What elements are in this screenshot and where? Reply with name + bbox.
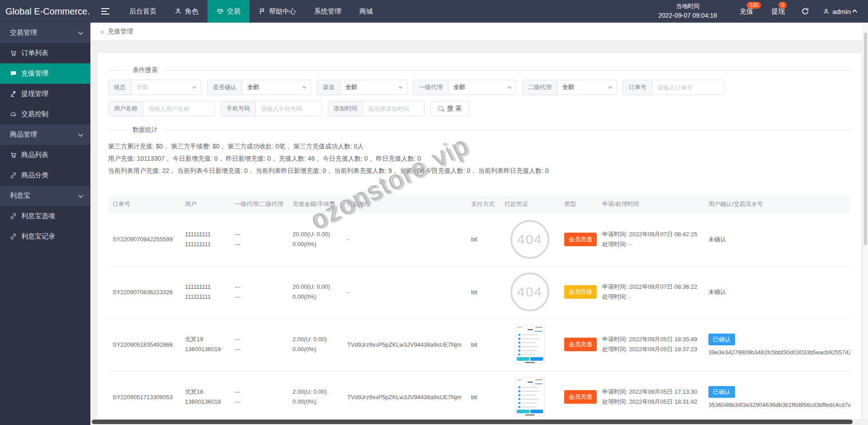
cell-agents: ------ <box>230 213 288 266</box>
sidebar-item-goods-category[interactable]: 商品分类 <box>0 165 90 186</box>
cell-confirm-txid: 未确认 <box>704 266 850 318</box>
chevron-down-icon <box>78 192 83 197</box>
nav-item-help-center[interactable]: 帮助中心 <box>250 0 305 23</box>
transaction-hash: 3536046b34f3e32904636db3b1f6d856cd3bffed… <box>708 401 846 408</box>
topbar: Global E-Commerce... 后台首页 角色 交易 帮助中心 系统管… <box>0 0 868 23</box>
table-row: SY2209051713309053 北冥1813600136018 -----… <box>108 371 850 423</box>
vertical-scrollbar <box>863 23 868 419</box>
table-header-row: 订单号 用户 一级代理/二级代理 充值金额/手续费 付款地址 支付方式 打款凭证… <box>108 195 850 213</box>
col-type: 类型 <box>560 195 598 213</box>
sidebar-item-withdraw-management[interactable]: 提现管理 <box>0 84 90 104</box>
cell-amount-fee: 20.00(U: 0.00)0.00(0%) <box>288 266 343 318</box>
username-field: 用户名称 <box>108 101 215 116</box>
cell-type: 会员升级 <box>560 266 598 318</box>
sidebar-item-recharge-management[interactable]: 充值管理 <box>0 63 90 84</box>
broken-image-404-placeholder[interactable]: 404 <box>510 220 549 259</box>
cell-amount-fee: 2.00(U: 0.00)0.00(0%) <box>288 318 343 371</box>
type-badge: 会员充值 <box>564 390 597 404</box>
nav-item-mall[interactable]: 商城 <box>350 0 382 23</box>
order-no-input[interactable] <box>652 80 724 95</box>
horizontal-scrollbar-thumb[interactable] <box>92 420 853 424</box>
flag-icon <box>259 8 266 15</box>
nav-item-trade[interactable]: 交易 <box>208 0 250 23</box>
cell-apply-process-time: 申请时间: 2022年09月07日 08:36:22处理时间: - <box>598 266 704 318</box>
user-icon <box>823 8 830 15</box>
confirmed-badge[interactable]: 已确认 <box>708 334 735 345</box>
cell-agents: ------ <box>230 266 288 318</box>
order-no-field: 订单号 <box>623 80 724 95</box>
cell-order-no: SY2209051835492866 <box>108 318 180 371</box>
chevron-down-icon <box>78 29 83 34</box>
cell-voucher: 404 <box>500 213 560 266</box>
broken-image-404-placeholder[interactable]: 404 <box>510 272 549 311</box>
unconfirmed-text: 未确认 <box>708 236 726 243</box>
type-badge: 会员升级 <box>564 285 597 299</box>
add-time-field: 添加时间 <box>328 101 425 116</box>
agent2-select[interactable]: 二级代理 全部 <box>522 80 617 95</box>
cell-amount-fee: 20.00(U: 0.00)0.00(0%) <box>288 213 343 266</box>
nav-item-system[interactable]: 系统管理 <box>305 0 350 23</box>
chevron-down-icon <box>192 86 197 89</box>
sidebar-group-goods-management[interactable]: 商品管理 <box>0 124 90 145</box>
stats-line-thirdparty: 第三方累计充值: $0， 第三方手续费: $0， 第三方成功收款: 0笔， 第三… <box>108 140 850 153</box>
breadcrumb-arrows-icon: » <box>100 28 104 35</box>
cell-user: 111111111111111111 <box>180 266 230 318</box>
voucher-thumbnail[interactable] <box>515 325 545 364</box>
refresh-icon[interactable] <box>801 7 809 15</box>
table-row: SY2209070842255599 111111111111111111 --… <box>108 213 850 266</box>
recharge-table: 订单号 用户 一级代理/二级代理 充值金额/手续费 付款地址 支付方式 打款凭证… <box>108 195 850 425</box>
cell-apply-process-time: 申请时间: 2022年09月05日 17:13:30处理时间: 2022年09月… <box>598 371 704 423</box>
sidebar-item-interest-options[interactable]: 利息宝选项 <box>0 206 90 226</box>
cell-pay-address: TVd9Jrz9xsP5pZKLw3JV94438a9sUE7Njm <box>343 318 467 371</box>
horizontal-scrollbar <box>90 419 868 425</box>
channel-select[interactable]: 渠道 全部 <box>317 80 407 95</box>
col-agents: 一级代理/二级代理 <box>230 195 288 213</box>
cell-type: 会员充值 <box>560 213 598 266</box>
cell-order-no: SY2209051713309053 <box>108 371 180 423</box>
type-badge: 会员充值 <box>564 338 597 351</box>
voucher-thumbnail[interactable] <box>515 377 545 416</box>
stats-legend: 数据统计 <box>127 126 163 134</box>
page-title: 充值管理 <box>108 28 133 36</box>
cart-icon <box>10 50 17 57</box>
nav-item-dashboard[interactable]: 后台首页 <box>120 0 165 23</box>
search-button[interactable]: 搜 索 <box>430 101 469 116</box>
phone-field: 手机号码 <box>221 101 322 116</box>
cell-pay-method: bit <box>467 318 500 371</box>
col-user: 用户 <box>180 195 230 213</box>
add-time-input[interactable] <box>363 101 424 116</box>
cell-order-no: SY2209070836223326 <box>108 266 180 318</box>
sidebar-item-goods-list[interactable]: 商品列表 <box>0 145 90 165</box>
cell-agents: ------ <box>230 371 288 423</box>
sidebar-group-interest-treasure[interactable]: 利息宝 <box>0 186 90 206</box>
phone-input[interactable] <box>256 101 321 116</box>
chevron-down-icon <box>507 86 512 89</box>
confirm-select[interactable]: 是否确认 全部 <box>207 80 311 95</box>
vertical-scrollbar-thumb[interactable] <box>864 33 867 245</box>
status-select[interactable]: 状态 全部 <box>108 80 201 95</box>
cell-voucher <box>500 318 560 371</box>
breadcrumb: » 充值管理 <box>90 23 868 41</box>
link-icon <box>10 213 17 220</box>
chevron-down-icon <box>398 86 403 89</box>
stats-line-users: 用户充值: 10113307， 今日新增充值: 0， 昨日新增充值: 0， 充值… <box>108 153 850 165</box>
sidebar-item-order-list[interactable]: 订单列表 <box>0 43 90 63</box>
sidebar-group-trade-management[interactable]: 交易管理 <box>0 23 90 43</box>
agent1-select[interactable]: 一级代理 全部 <box>413 80 516 95</box>
sidebar-item-trade-control[interactable]: 交易控制 <box>0 104 90 124</box>
cell-user: 111111111111111111 <box>180 213 230 266</box>
cell-apply-process-time: 申请时间: 2022年09月05日 18:35:49处理时间: 2022年09月… <box>598 318 704 371</box>
search-row-2: 用户名称 手机号码 添加时间 搜 索 <box>108 101 850 116</box>
confirmed-badge[interactable]: 已确认 <box>708 386 735 398</box>
withdraw-notice-link[interactable]: 提现 0 <box>771 7 785 16</box>
username-input[interactable] <box>143 101 214 116</box>
user-menu[interactable]: admin <box>823 8 857 15</box>
cell-type: 会员充值 <box>560 371 598 423</box>
recharge-notice-link[interactable]: 充值 135 <box>740 7 753 16</box>
sidebar-toggle-icon[interactable] <box>90 0 120 23</box>
nav-item-roles[interactable]: 角色 <box>165 0 208 23</box>
sidebar-item-interest-records[interactable]: 利息宝记录 <box>0 226 90 247</box>
chevron-down-icon <box>608 86 613 89</box>
col-confirm-txid: 用户确认/交易流水号 <box>704 195 850 213</box>
recharge-count-badge: 135 <box>747 2 760 9</box>
